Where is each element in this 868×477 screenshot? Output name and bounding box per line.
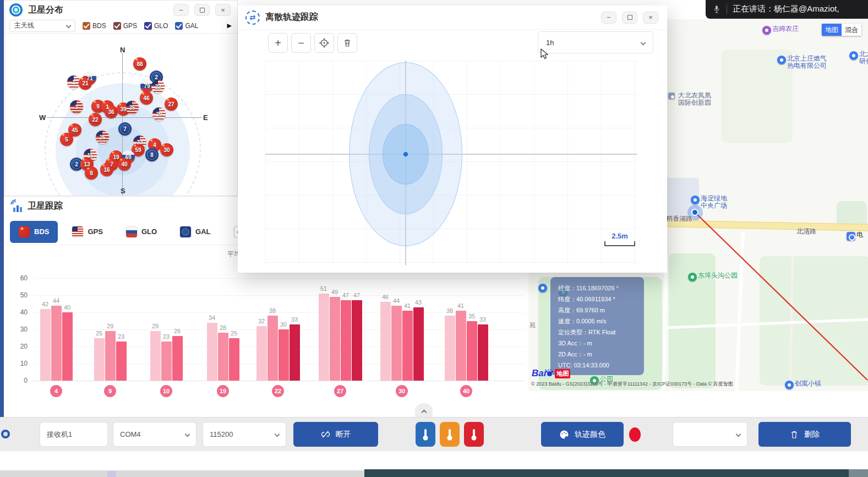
chevron-down-icon: [66, 23, 72, 29]
snr-bar: [413, 307, 424, 381]
map-pin-创寓小镇[interactable]: [785, 381, 794, 389]
satellite-gps-3: 3: [70, 100, 83, 113]
com-port-select[interactable]: COM4: [113, 422, 196, 447]
checkbox-checked-icon[interactable]: [175, 22, 183, 30]
popup-row: 3D Acc：- m: [558, 338, 644, 349]
close-button[interactable]: ×: [215, 4, 231, 16]
snr-bar: [391, 306, 402, 381]
maximize-button[interactable]: [622, 12, 637, 24]
delete-button[interactable]: 删除: [758, 422, 851, 447]
snr-bar: [341, 300, 351, 381]
taskbar-app-icon: [107, 471, 116, 477]
baidu-logo: Bai 地图: [532, 368, 570, 379]
partial-map-label: 苑: [529, 321, 536, 329]
system-checkbox-gps[interactable]: GPS: [113, 22, 137, 30]
skyplot: N E S W 88271121792246273913639352922745…: [5, 34, 237, 196]
checkbox-checked-icon[interactable]: [83, 22, 90, 30]
bar-value-label: 43: [410, 299, 427, 306]
prn-axis-label: 10: [160, 385, 172, 397]
map-pin-东埠头沟公园[interactable]: [688, 273, 697, 281]
clear-track-button[interactable]: [337, 33, 357, 53]
collapse-toolbar-button[interactable]: [415, 403, 433, 418]
snr-bar: [330, 297, 340, 381]
snr-bar: [218, 333, 228, 381]
map-pin-北京上庄燃气[interactable]: [777, 56, 786, 64]
snr-bar: [478, 324, 488, 381]
disconnect-button[interactable]: 断开: [293, 422, 378, 447]
baud-rate-select[interactable]: 115200: [203, 422, 286, 447]
bottom-strip-right: [364, 469, 868, 477]
tab-glo[interactable]: GLO: [117, 221, 166, 243]
satellite-distribution-icon: [9, 3, 23, 17]
app-stage: 吉姆农庄北京上庄燃气热电有限公司北大研修大北农凤凰国际创新园海淀绿地中央广场东埠…: [0, 0, 868, 477]
snr-bar: [62, 312, 73, 381]
map-pin-北大[interactable]: [849, 51, 858, 60]
map-pin-大北农凤凰[interactable]: [668, 93, 675, 99]
bar-value-label: 34: [204, 315, 220, 321]
chevron-down-icon: [736, 432, 741, 437]
track-color-indicator[interactable]: [629, 427, 641, 442]
close-button[interactable]: ×: [643, 12, 658, 24]
system-checkbox-bds[interactable]: BDS: [83, 22, 106, 30]
toggle-hybrid-mode[interactable]: 混合: [842, 24, 861, 36]
palette-icon: [559, 430, 569, 440]
minimize-button[interactable]: −: [173, 4, 189, 16]
zoom-out-button[interactable]: −: [291, 33, 311, 53]
snr-bar: [279, 329, 289, 381]
track-color-button[interactable]: 轨迹颜色: [541, 422, 624, 447]
maximize-button[interactable]: [194, 4, 210, 16]
satellite-bds-22: 22: [89, 113, 102, 126]
map-pin-吉姆农庄[interactable]: [762, 26, 771, 35]
satellite-gps-26: 26: [96, 131, 109, 144]
snr-bar: [172, 336, 183, 381]
duration-select[interactable]: 1h: [538, 31, 653, 53]
panel-title: 卫星跟踪: [28, 200, 63, 212]
titlebar[interactable]: 卫星分布 − ×: [5, 1, 237, 19]
antenna-select[interactable]: 主天线: [9, 20, 75, 32]
bottom-toolbar: 接收机1 COM4 115200 断开: [0, 417, 868, 451]
checkbox-label: BDS: [92, 22, 106, 30]
window-title: 离散轨迹跟踪: [265, 12, 318, 23]
tab-bds[interactable]: BDS: [10, 221, 58, 243]
toggle-map-mode[interactable]: 地图: [822, 24, 842, 36]
thermometer-button-orange[interactable]: [440, 422, 460, 447]
thermometer-button-red[interactable]: [464, 422, 484, 447]
satellite-bds-8: 8: [85, 166, 98, 180]
map-pin-海淀绿地[interactable]: [691, 196, 700, 204]
baidu-paw-icon: [547, 371, 552, 376]
checkbox-checked-icon[interactable]: [113, 22, 121, 30]
center-target-button[interactable]: [314, 33, 334, 53]
tab-gal[interactable]: GAL: [171, 221, 219, 243]
track-plot[interactable]: [265, 61, 637, 265]
bar-value-label: 38: [264, 307, 281, 314]
window-title: 卫星分布: [28, 4, 63, 16]
map-label: 北大研修: [859, 51, 868, 65]
map-layer-toggle[interactable]: 地图 混合: [822, 24, 861, 36]
more-systems-arrow[interactable]: ▶: [227, 22, 232, 29]
receiver-radio[interactable]: [1, 430, 10, 438]
snr-bar: [229, 338, 239, 381]
bar-value-label: 29: [102, 323, 118, 329]
chevron-up-icon: [421, 409, 427, 415]
tab-gps[interactable]: GPS: [63, 221, 111, 243]
prn-axis-label: 27: [334, 385, 346, 397]
map-pin-电[interactable]: [847, 232, 855, 241]
bar-value-label: 33: [474, 316, 491, 323]
system-checkbox-gal[interactable]: GAL: [175, 22, 198, 30]
snr-bar: [445, 316, 455, 381]
titlebar[interactable]: ⇄ 离散轨迹跟踪 − ×: [238, 6, 667, 30]
bds-flag-icon: [19, 226, 30, 237]
checkbox-checked-icon[interactable]: [144, 22, 152, 30]
satellite-bds-30: 30: [160, 143, 173, 156]
map-pin-unlabeled[interactable]: [538, 284, 547, 292]
satellite-gal-7: 7: [118, 122, 132, 135]
receiver-name-input[interactable]: 接收机1: [40, 422, 108, 447]
map-scale: 2.5m: [604, 232, 635, 246]
zoom-in-button[interactable]: +: [268, 33, 288, 53]
satellite-bds-27: 27: [165, 97, 178, 111]
system-checkbox-glo[interactable]: GLO: [144, 22, 168, 30]
bottom-strip-left: [0, 470, 364, 477]
thermometer-button-blue[interactable]: [416, 422, 435, 447]
minimize-button[interactable]: −: [601, 12, 616, 24]
track-select-empty[interactable]: [673, 422, 747, 447]
